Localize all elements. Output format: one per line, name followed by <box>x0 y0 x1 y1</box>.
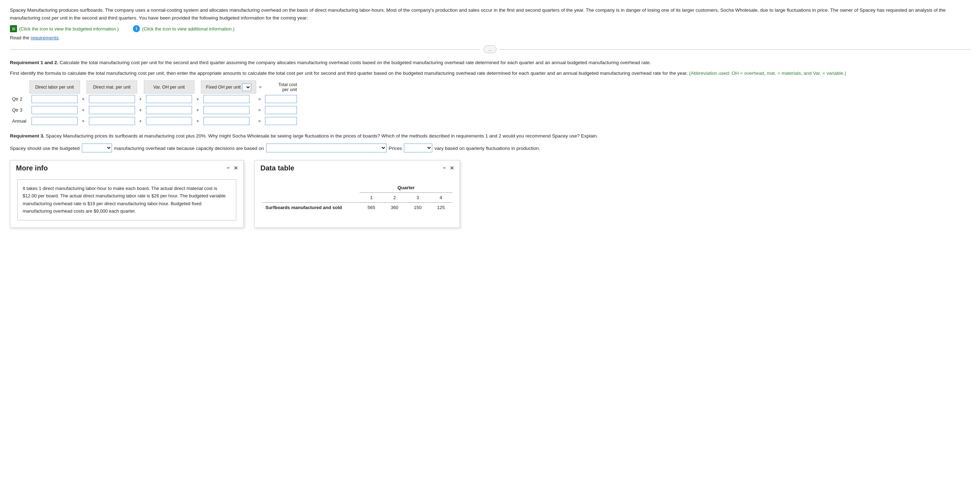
annual-var-oh[interactable] <box>146 117 192 125</box>
op1 <box>80 81 87 94</box>
req-3-title-bold: Requirement 3. <box>10 133 45 139</box>
annual-direct-labor[interactable] <box>32 117 78 125</box>
qtr3-total[interactable] <box>265 106 297 114</box>
qtr3-col1-cell <box>29 105 80 116</box>
additional-info-label: (Click the icon to view additional infor… <box>142 26 235 32</box>
surfboards-q1: 565 <box>360 202 383 212</box>
qtr2-result-cell <box>263 94 299 105</box>
header-col3: Var. OH per unit <box>144 81 194 94</box>
surfboards-q2: 360 <box>383 202 406 212</box>
qtr2-direct-labor[interactable] <box>32 95 78 103</box>
read-after: . <box>59 35 60 40</box>
qtr2-col3-cell <box>144 94 194 105</box>
annual-total[interactable] <box>265 117 297 125</box>
floating-panels: More info − × It takes 1 direct manufact… <box>10 160 970 228</box>
requirement-3-section: Requirement 3. Spacey Manufacturing pric… <box>10 132 970 153</box>
qtr3-op1: + <box>80 105 87 116</box>
surfboards-label: Surfboards manufactured and sold <box>262 202 360 212</box>
header-empty-label <box>10 81 29 94</box>
req3-answer-row: Spacey should use the budgeted annual qu… <box>10 143 970 153</box>
qtr3-direct-mat[interactable] <box>89 106 135 114</box>
divider-line-left <box>10 49 480 49</box>
icon-links-row: ⊞ (Click the icon to view the budgeted i… <box>10 25 970 32</box>
annual-equals: = <box>256 116 263 126</box>
additional-info-link[interactable]: i (Click the icon to view additional inf… <box>133 25 235 32</box>
fixed-oh-dropdown[interactable] <box>242 83 251 91</box>
qtr3-label: Qtr 3 <box>10 105 29 116</box>
qtr2-label: Qtr 2 <box>10 94 29 105</box>
more-info-close-button[interactable]: × <box>234 164 238 172</box>
annual-fixed-oh[interactable] <box>204 117 250 125</box>
annual-direct-mat[interactable] <box>89 117 135 125</box>
req-1-2-title-rest: Calculate the total manufacturing cost p… <box>59 60 651 65</box>
quarter-header-row: Quarter <box>262 183 452 193</box>
qtr3-col2-cell <box>87 105 137 116</box>
budgeted-info-link[interactable]: ⊞ (Click the icon to view the budgeted i… <box>10 25 119 32</box>
formula-table: Direct labor per unit Direct mat. per un… <box>10 80 299 126</box>
annual-label: Annual <box>10 116 29 126</box>
req-green-note: (Abbreviation used: OH = overhead, mat. … <box>689 70 846 76</box>
budgeted-info-label: (Click the icon to view the budgeted inf… <box>19 26 119 32</box>
op2 <box>137 81 144 94</box>
req-3-title: Requirement 3. Spacey Manufacturing pric… <box>10 132 970 140</box>
annual-col1-cell <box>29 116 80 126</box>
qtr3-result-cell <box>263 105 299 116</box>
more-info-controls: − × <box>226 164 238 172</box>
collapse-button[interactable]: ... <box>484 45 496 53</box>
qtr3-equals: = <box>256 105 263 116</box>
qtr3-direct-labor[interactable] <box>32 106 78 114</box>
qtr3-op3: + <box>194 105 201 116</box>
header-equals: = <box>256 81 263 94</box>
qtr3-row: Qtr 3 + + + = <box>10 105 299 116</box>
req-1-2-desc: First identify the formula to calculate … <box>10 70 970 77</box>
data-table-minimize-button[interactable]: − <box>442 165 446 171</box>
req3-dropdown-1[interactable]: annual quarterly <box>82 143 112 152</box>
req3-dropdown-2[interactable] <box>266 143 387 152</box>
qtr2-row: Qtr 2 + + + = <box>10 94 299 105</box>
header-col4: Fixed OH per unit <box>201 81 256 94</box>
requirements-link[interactable]: requirements <box>31 35 59 40</box>
more-info-body: It takes 1 direct manufacturing labor-ho… <box>10 174 243 228</box>
data-table-close-button[interactable]: × <box>450 164 454 172</box>
data-table-header: Data table − × <box>255 161 460 174</box>
req3-prices-label: Prices <box>389 143 402 153</box>
qtr2-op2: + <box>137 94 144 105</box>
req-desc-text: First identify the formula to calculate … <box>10 70 688 76</box>
req3-dropdown-3[interactable]: will will not <box>404 143 432 152</box>
more-info-minimize-button[interactable]: − <box>226 165 229 171</box>
annual-col4-cell <box>201 116 256 126</box>
op3 <box>194 81 201 94</box>
qtr2-var-oh[interactable] <box>146 95 192 103</box>
qtr3-fixed-oh[interactable] <box>204 106 250 114</box>
total-label: Total cost <box>265 82 297 87</box>
annual-result-cell <box>263 116 299 126</box>
header-col1: Direct labor per unit <box>29 81 80 94</box>
qtr3-var-oh[interactable] <box>146 106 192 114</box>
header-total: Total cost per unit <box>263 81 299 94</box>
annual-col2-cell <box>87 116 137 126</box>
req3-answer-end: vary based on quarterly fluctuations in … <box>434 143 540 153</box>
surfboards-q4: 125 <box>430 202 452 212</box>
qtr3-op2: + <box>137 105 144 116</box>
per-unit-label: per unit <box>265 87 297 92</box>
surfboards-q3: 150 <box>406 202 429 212</box>
qtr2-direct-mat[interactable] <box>89 95 135 103</box>
data-table: Quarter 1 2 3 4 Surfboards manufactured … <box>262 183 452 212</box>
intro-paragraph: Spacey Manufacturing produces surfboards… <box>10 6 970 22</box>
req-3-title-rest: Spacey Manufacturing prices its surfboar… <box>45 133 598 139</box>
qtr2-fixed-oh[interactable] <box>204 95 250 103</box>
read-before: Read the <box>10 35 31 40</box>
qtr2-op3: + <box>194 94 201 105</box>
annual-row: Annual + + + = <box>10 116 299 126</box>
annual-col3-cell <box>144 116 194 126</box>
read-requirements-line: Read the requirements. <box>10 35 970 40</box>
quarter-sub-header-row: 1 2 3 4 <box>262 193 452 202</box>
annual-op3: + <box>194 116 201 126</box>
quarter-main-header: Quarter <box>360 183 452 193</box>
qtr3-col4-cell <box>201 105 256 116</box>
qtr2-total[interactable] <box>265 95 297 103</box>
more-info-header: More info − × <box>10 161 243 174</box>
more-info-text: It takes 1 direct manufacturing labor-ho… <box>18 179 236 220</box>
quarter-4-header: 4 <box>430 193 452 202</box>
data-table-panel: Data table − × Quarter 1 <box>255 160 460 228</box>
